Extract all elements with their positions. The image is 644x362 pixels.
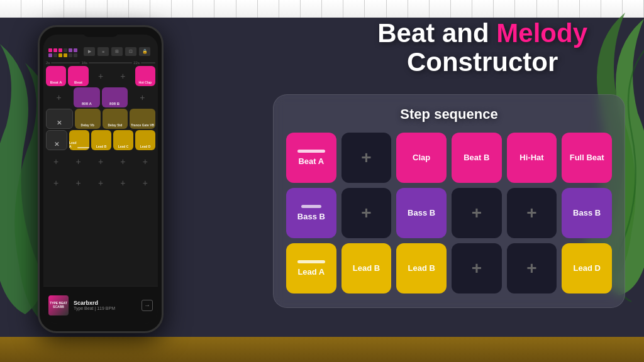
pad-bass-b-1[interactable]: Bass B xyxy=(286,188,336,238)
phone-row-6: + + + + + xyxy=(43,173,158,193)
seq-title: Step sequence xyxy=(286,106,612,123)
pad-bass-b-2[interactable]: Bass B xyxy=(396,188,447,238)
pad-full-beat[interactable]: Full Beat xyxy=(562,133,612,183)
step-sequence-panel: Step sequence Beat A + Clap Beat B Hi-Ha… xyxy=(273,94,625,308)
pad-full-beat-label: Full Beat xyxy=(570,153,604,163)
pad-bass-b-1-label: Bass B xyxy=(297,212,325,222)
phone-mockup: ▶ ≡ ⊞ ⊡ 🔒 2s 16s 22s Beat A Beat + + Hot… xyxy=(38,25,164,333)
phone-pad-plus-1[interactable]: + xyxy=(91,66,111,86)
phone-exit-button[interactable]: → xyxy=(142,300,153,311)
phone-album-art: TYPE BEATSCARB xyxy=(48,295,69,315)
phone-pad-x2[interactable]: ✕ xyxy=(46,130,67,150)
pad-lead-a[interactable]: Lead A xyxy=(286,243,336,293)
pad-beat-a-slider xyxy=(297,150,325,153)
phone-notch xyxy=(82,27,119,37)
phone-pad-808a[interactable]: 808 A xyxy=(74,87,99,107)
phone-pad-x[interactable]: ✕ xyxy=(46,109,73,129)
pad-hi-hat-label: Hi-Hat xyxy=(519,153,543,163)
pad-plus-5[interactable]: + xyxy=(452,243,502,293)
title-melody: Melody xyxy=(496,18,587,48)
phone-pad-lead-a[interactable]: Lead A xyxy=(69,130,89,150)
phone-pad-plus-4[interactable]: + xyxy=(130,87,155,107)
pad-lead-d-label: Lead D xyxy=(573,263,600,273)
pad-beat-a-label: Beat A xyxy=(298,156,324,167)
phone-toolbar: ▶ ≡ ⊞ ⊡ 🔒 xyxy=(43,35,158,60)
title-area: Beat and Melody Constructor xyxy=(377,19,587,77)
pad-lead-b-1[interactable]: Lead B xyxy=(341,243,392,293)
phone-pad-plus-2[interactable]: + xyxy=(113,66,133,86)
phone-row-4: ✕ Lead A Lead B Lead C Lead D xyxy=(43,130,158,150)
title-line2: Constructor xyxy=(377,48,587,77)
pad-plus-2[interactable]: + xyxy=(341,188,392,238)
phone-pad-plus-3[interactable]: + xyxy=(46,87,72,107)
phone-track-sub: Type Beat | 119 BPM xyxy=(74,306,136,310)
phone-track-info: Scarbxrd Type Beat | 119 BPM xyxy=(74,300,136,310)
pad-bass-b-slider xyxy=(301,205,321,208)
phone-screen: ▶ ≡ ⊞ ⊡ 🔒 2s 16s 22s Beat A Beat + + Hot… xyxy=(43,35,158,324)
phone-row-2: + 808 A 808 B + xyxy=(43,87,158,107)
pad-lead-d[interactable]: Lead D xyxy=(562,243,612,293)
phone-pad-delay-vb[interactable]: Delay Vb xyxy=(75,109,101,129)
pad-plus-3[interactable]: + xyxy=(452,188,502,238)
pad-lead-b-1-label: Lead B xyxy=(353,263,380,273)
pad-lead-b-2-label: Lead B xyxy=(408,263,435,273)
pad-clap-label: Clap xyxy=(413,153,430,163)
phone-track-name: Scarbxrd xyxy=(74,300,136,306)
phone-row-5: + + + + + xyxy=(43,151,158,172)
pad-lead-a-label: Lead A xyxy=(297,267,325,277)
phone-pad-808b[interactable]: 808 B xyxy=(102,87,128,107)
wood-plank xyxy=(0,337,644,362)
piano-keys xyxy=(0,0,644,18)
pad-beat-b-label: Beat B xyxy=(464,153,489,163)
phone-pad-lead-c[interactable]: Lead C xyxy=(113,130,133,150)
phone-pad-lead-d[interactable]: Lead D xyxy=(135,130,155,150)
title-line1: Beat and Melody xyxy=(377,19,587,48)
pad-lead-b-2[interactable]: Lead B xyxy=(396,243,447,293)
pad-bass-b-3[interactable]: Bass B xyxy=(562,188,612,238)
phone-row-3: ✕ Delay Vb Delay Std Trance Gate VB xyxy=(43,109,158,129)
phone-pad-trance[interactable]: Trance Gate VB xyxy=(130,109,155,129)
title-beat-and: Beat and xyxy=(377,18,496,48)
pad-plus-1[interactable]: + xyxy=(341,133,392,183)
pad-lead-a-slider xyxy=(297,260,325,263)
pad-grid: Beat A + Clap Beat B Hi-Hat Full Beat Ba… xyxy=(286,133,612,293)
pad-hi-hat[interactable]: Hi-Hat xyxy=(507,133,557,183)
phone-pad-hot-clap[interactable]: Hot Clap xyxy=(135,66,155,86)
phone-pad-delay-std[interactable]: Delay Std xyxy=(103,109,128,129)
pad-bass-b-2-label: Bass B xyxy=(408,208,435,218)
phone-pad-beat-a[interactable]: Beat A xyxy=(46,66,66,86)
phone-bottom-bar: TYPE BEATSCARB Scarbxrd Type Beat | 119 … xyxy=(43,286,158,324)
pad-clap[interactable]: Clap xyxy=(396,133,447,183)
pad-plus-6[interactable]: + xyxy=(507,243,557,293)
pad-beat-b[interactable]: Beat B xyxy=(452,133,502,183)
phone-pad-lead-b[interactable]: Lead B xyxy=(91,130,111,150)
pad-beat-a[interactable]: Beat A xyxy=(286,133,336,183)
phone-pad-beat[interactable]: Beat xyxy=(68,66,88,86)
phone-row-1: Beat A Beat + + Hot Clap xyxy=(43,66,158,86)
pad-bass-b-3-label: Bass B xyxy=(573,208,601,218)
phone-timeline: 2s 16s 22s xyxy=(43,60,158,66)
pad-plus-4[interactable]: + xyxy=(507,188,557,238)
